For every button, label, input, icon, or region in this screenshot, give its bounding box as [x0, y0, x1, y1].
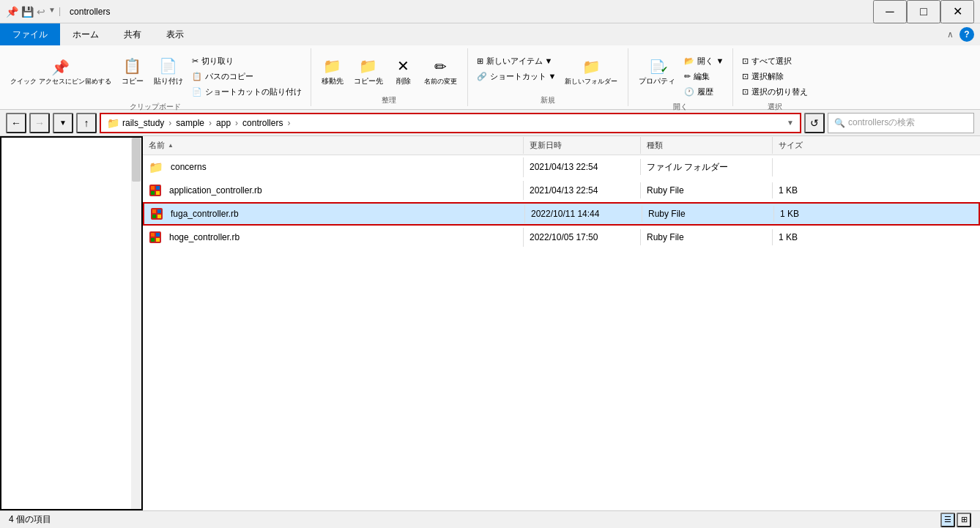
move-to-button[interactable]: 📁 移動先	[317, 51, 348, 92]
svg-rect-2	[156, 186, 160, 190]
pin-icon: 📌	[51, 59, 70, 76]
shortcut-icon: 🔗	[477, 72, 487, 81]
svg-rect-6	[152, 209, 156, 213]
file-item-concerns[interactable]: 📁 concerns 2021/04/13 22:54 ファイル フォルダー	[143, 155, 980, 179]
shortcut-button[interactable]: 🔗 ショートカット ▼	[474, 70, 560, 83]
address-bar[interactable]: 📁 rails_study › sample › app › controlle…	[100, 113, 801, 133]
invert-label: 選択の切り替え	[751, 86, 808, 97]
file-list-header: 名前 ▲ 更新日時 種類 サイズ	[143, 136, 980, 155]
tab-view[interactable]: 表示	[154, 23, 196, 45]
copy-path-button[interactable]: 📋 パスのコピー	[189, 70, 305, 83]
breadcrumb-controllers[interactable]: controllers	[242, 118, 283, 128]
search-icon: 🔍	[834, 118, 845, 128]
app-ctrl-type: Ruby File	[641, 182, 773, 198]
tab-home[interactable]: ホーム	[60, 23, 111, 45]
history-label: 履歴	[697, 86, 713, 97]
paste-button[interactable]: 📄 貼り付け	[149, 51, 188, 92]
pin-button[interactable]: 📌 クイック アクセスにピン留めする	[6, 51, 116, 92]
col-name[interactable]: 名前 ▲	[143, 137, 524, 154]
concerns-size	[773, 164, 846, 170]
pin-label: クイック アクセスにピン留めする	[10, 78, 111, 86]
copy-button[interactable]: 📋 コピー	[117, 51, 148, 92]
copy-to-icon: 📁	[359, 57, 377, 75]
file-area: 名前 ▲ 更新日時 種類 サイズ 📁 concerns 2021/04/13 2…	[143, 136, 980, 510]
quick-access-icon: 📌	[6, 6, 18, 18]
svg-rect-12	[156, 233, 160, 237]
new-folder-button[interactable]: 📁 新しいフォルダー	[560, 51, 622, 92]
select-all-button[interactable]: ⊡ すべて選択	[739, 54, 811, 68]
tab-share[interactable]: 共有	[111, 23, 154, 45]
properties-icon: 📄 ✔	[649, 58, 665, 75]
file-item-hoge-controller[interactable]: hoge_controller.rb 2022/10/05 17:50 Ruby…	[143, 226, 980, 249]
cut-button[interactable]: ✂ 切り取り	[189, 54, 305, 68]
title-bar-icons: 📌 💾 ↩ ▼ |	[6, 6, 61, 18]
history-button[interactable]: 🕐 履歴	[681, 85, 727, 99]
delete-label: 削除	[396, 76, 411, 86]
file-item-application-controller[interactable]: application_controller.rb 2021/04/13 22:…	[143, 179, 980, 202]
select-none-button[interactable]: ⊡ 選択解除	[739, 70, 811, 83]
sep4: ›	[287, 118, 290, 128]
breadcrumb-sample[interactable]: sample	[176, 118, 204, 128]
move-label: 移動先	[322, 76, 344, 86]
delete-button[interactable]: ✕ 削除	[389, 51, 418, 92]
forward-button[interactable]: →	[29, 113, 50, 133]
paste-shortcut-button[interactable]: 📄 ショートカットの貼り付け	[189, 85, 305, 99]
breadcrumb-app[interactable]: app	[216, 118, 231, 128]
move-icon: 📁	[323, 57, 341, 75]
search-bar[interactable]: 🔍 controllersの検索	[828, 113, 974, 133]
invert-selection-button[interactable]: ⊡ 選択の切り替え	[739, 85, 811, 99]
close-button[interactable]: ✕	[940, 0, 974, 23]
properties-button[interactable]: 📄 ✔ プロパティ	[634, 51, 680, 92]
new-item-button[interactable]: ⊞ 新しいアイテム ▼	[474, 54, 560, 68]
up-button[interactable]: ↑	[76, 113, 97, 133]
col-date[interactable]: 更新日時	[524, 137, 641, 154]
concerns-name: concerns	[171, 162, 207, 172]
edit-button[interactable]: ✏ 編集	[681, 70, 727, 83]
list-view-button[interactable]: ☰	[940, 513, 955, 527]
file-item-fuga-controller[interactable]: fuga_controller.rb 2022/10/11 14:44 Ruby…	[143, 202, 980, 226]
ribbon-collapse-icon[interactable]: ∧	[947, 29, 954, 40]
col-type-label: 種類	[647, 140, 663, 151]
recent-button[interactable]: ▼	[53, 113, 73, 133]
fuga-name: fuga_controller.rb	[171, 209, 239, 219]
shortcut-label: ショートカット ▼	[490, 71, 557, 82]
app-ctrl-name-col: application_controller.rb	[143, 181, 524, 200]
window-controls: ─ □ ✕	[873, 0, 974, 23]
main-area: 名前 ▲ 更新日時 種類 サイズ 📁 concerns 2021/04/13 2…	[0, 136, 980, 510]
edit-icon: ✏	[684, 72, 691, 81]
scrollbar-thumb[interactable]	[132, 138, 141, 182]
ribbon-group-select: ⊡ すべて選択 ⊡ 選択解除 ⊡ 選択の切り替え 選択	[733, 48, 817, 106]
concerns-type: ファイル フォルダー	[641, 158, 773, 176]
grid-view-button[interactable]: ⊞	[957, 513, 971, 527]
tab-file[interactable]: ファイル	[0, 23, 60, 45]
search-placeholder: controllersの検索	[848, 116, 915, 129]
paste-label: 貼り付け	[154, 76, 183, 86]
sort-icon: ▲	[168, 142, 174, 149]
back-button[interactable]: ←	[6, 113, 26, 133]
ribbon-tabs: ファイル ホーム 共有 表示 ∧ ?	[0, 23, 980, 45]
cut-label: 切り取り	[201, 56, 234, 67]
refresh-button[interactable]: ↺	[804, 113, 825, 133]
maximize-button[interactable]: □	[907, 0, 940, 23]
col-type[interactable]: 種類	[641, 137, 773, 154]
copy-to-label: コピー先	[354, 76, 383, 86]
breadcrumb-rails-study[interactable]: rails_study	[122, 118, 164, 128]
fuga-type: Ruby File	[642, 206, 774, 222]
scrollbar[interactable]	[131, 138, 141, 509]
minimize-button[interactable]: ─	[873, 0, 907, 23]
item-count: 4 個の項目	[9, 513, 51, 526]
fuga-ruby-icon	[150, 207, 163, 220]
svg-rect-8	[152, 215, 156, 218]
help-icon[interactable]: ?	[959, 27, 974, 42]
separator: |	[59, 6, 61, 18]
new-label: 新規	[541, 95, 555, 107]
select-all-label: すべて選択	[751, 56, 792, 67]
rename-button[interactable]: ✏ 名前の変更	[420, 51, 461, 92]
fuga-name-col: fuga_controller.rb	[144, 204, 525, 223]
col-size[interactable]: サイズ	[773, 137, 846, 154]
open-button[interactable]: 📂 開く ▼	[681, 54, 727, 68]
select-none-icon: ⊡	[742, 72, 749, 81]
app-ctrl-date: 2021/04/13 22:54	[524, 182, 641, 198]
copy-to-button[interactable]: 📁 コピー先	[349, 51, 387, 92]
address-dropdown-icon[interactable]: ▼	[787, 119, 794, 127]
